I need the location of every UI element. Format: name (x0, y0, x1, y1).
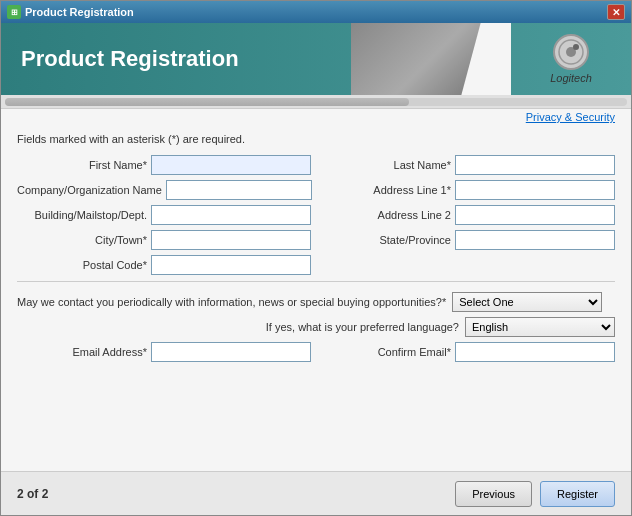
company-label: Company/Organization Name (17, 184, 162, 196)
address1-input[interactable] (455, 180, 615, 200)
required-note: Fields marked with an asterisk (*) are r… (17, 133, 615, 145)
header-image (351, 23, 511, 95)
address2-input[interactable] (455, 205, 615, 225)
scrollbar-track (5, 98, 627, 106)
building-row: Building/Mailstop/Dept. (17, 205, 311, 225)
privacy-row: Privacy & Security (1, 109, 631, 125)
privacy-link[interactable]: Privacy & Security (526, 111, 615, 123)
contact-select[interactable]: Select One Yes No (452, 292, 602, 312)
confirm-email-row: Confirm Email* (321, 342, 615, 362)
company-input[interactable] (166, 180, 312, 200)
bottom-bar: 2 of 2 Previous Register (1, 471, 631, 515)
language-row: If yes, what is your preferred language?… (17, 317, 615, 337)
email-row: Email Address* (17, 342, 311, 362)
window: ⊞ Product Registration ✕ Product Registr… (0, 0, 632, 516)
logitech-text: Logitech (550, 72, 592, 84)
city-row: City/Town* (17, 230, 311, 250)
state-label: State/Province (321, 234, 451, 246)
logitech-logo: Logitech (521, 33, 621, 85)
last-name-label: Last Name* (321, 159, 451, 171)
last-name-input[interactable] (455, 155, 615, 175)
scrollbar-area (1, 95, 631, 109)
title-bar: ⊞ Product Registration ✕ (1, 1, 631, 23)
state-row: State/Province (321, 230, 615, 250)
email-label: Email Address* (17, 346, 147, 358)
scrollbar-thumb[interactable] (5, 98, 409, 106)
building-label: Building/Mailstop/Dept. (17, 209, 147, 221)
city-label: City/Town* (17, 234, 147, 246)
confirm-email-label: Confirm Email* (321, 346, 451, 358)
register-button[interactable]: Register (540, 481, 615, 507)
city-input[interactable] (151, 230, 311, 250)
address1-row: Address Line 1* (321, 180, 615, 200)
first-name-row: First Name* (17, 155, 311, 175)
divider-1 (17, 281, 615, 282)
first-name-input[interactable] (151, 155, 311, 175)
language-select[interactable]: English French Spanish German (465, 317, 615, 337)
first-name-label: First Name* (17, 159, 147, 171)
contact-question: May we contact you periodically with inf… (17, 296, 446, 308)
address1-label: Address Line 1* (321, 184, 451, 196)
last-name-row: Last Name* (321, 155, 615, 175)
form-grid: First Name* Last Name* Company/Organizat… (17, 155, 615, 275)
postal-label: Postal Code* (17, 259, 147, 271)
window-title: Product Registration (25, 6, 607, 18)
form-area: Fields marked with an asterisk (*) are r… (1, 125, 631, 471)
svg-point-2 (573, 44, 579, 50)
previous-button[interactable]: Previous (455, 481, 532, 507)
address2-row: Address Line 2 (321, 205, 615, 225)
language-question: If yes, what is your preferred language? (266, 321, 459, 333)
confirm-email-input[interactable] (455, 342, 615, 362)
email-grid: Email Address* Confirm Email* (17, 342, 615, 362)
state-input[interactable] (455, 230, 615, 250)
page-title: Product Registration (21, 46, 239, 72)
header-banner: Product Registration Logitech (1, 23, 631, 95)
bottom-buttons: Previous Register (455, 481, 615, 507)
logitech-logo-circle (553, 34, 589, 70)
address2-label: Address Line 2 (321, 209, 451, 221)
window-icon: ⊞ (7, 5, 21, 19)
building-input[interactable] (151, 205, 311, 225)
content-area: Product Registration Logitech P (1, 23, 631, 515)
page-indicator: 2 of 2 (17, 487, 48, 501)
company-row: Company/Organization Name (17, 180, 311, 200)
postal-input[interactable] (151, 255, 311, 275)
contact-row: May we contact you periodically with inf… (17, 292, 615, 312)
email-input[interactable] (151, 342, 311, 362)
close-button[interactable]: ✕ (607, 4, 625, 20)
postal-row: Postal Code* (17, 255, 311, 275)
